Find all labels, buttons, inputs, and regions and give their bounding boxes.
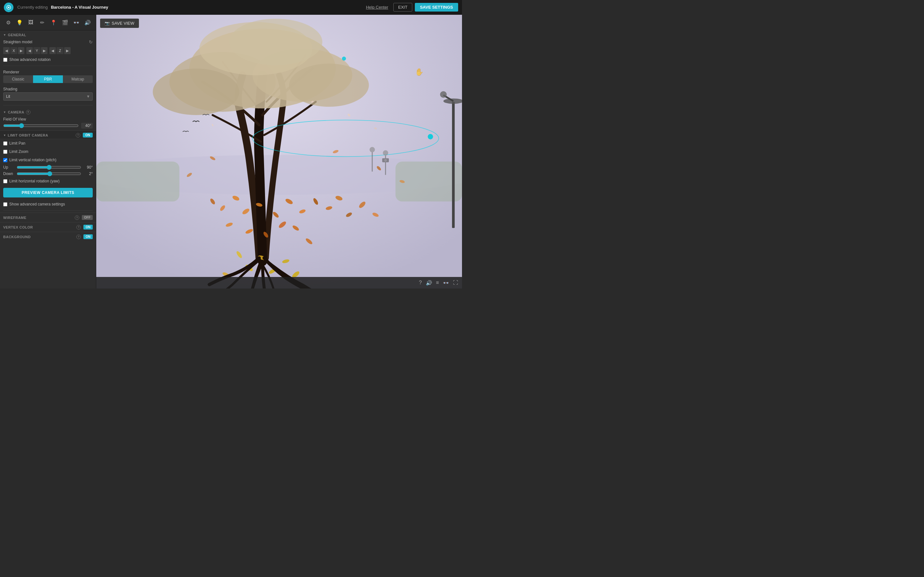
edit-icon[interactable]: ✏ bbox=[37, 17, 47, 27]
limit-orbit-header: ▼ LIMIT ORBIT CAMERA ? ON bbox=[0, 131, 96, 139]
show-advanced-rotation-row: Show advanced rotation bbox=[0, 55, 96, 64]
camera-label: CAMERA bbox=[8, 110, 24, 114]
limit-pan-checkbox[interactable] bbox=[3, 141, 7, 145]
limit-orbit-toggle[interactable]: ON bbox=[83, 133, 93, 137]
limit-orbit-label: LIMIT ORBIT CAMERA bbox=[8, 133, 76, 137]
up-value: 90° bbox=[83, 165, 93, 169]
fov-value: 40° bbox=[81, 123, 93, 129]
wireframe-help-icon[interactable]: ? bbox=[75, 215, 79, 220]
toolbar-icons: ⚙ 💡 🖼 ✏ 📍 🎬 👓 🔊 bbox=[0, 15, 96, 31]
limit-pan-label[interactable]: Limit Pan bbox=[9, 141, 25, 145]
svg-point-54 bbox=[383, 150, 388, 156]
y-axis-label: Y bbox=[33, 47, 40, 54]
x-axis-label: X bbox=[10, 47, 17, 54]
straighten-model-row: Straighten model ↻ bbox=[0, 38, 96, 46]
background-label: BACKGROUND bbox=[3, 235, 76, 239]
background-toggle[interactable]: ON bbox=[83, 234, 93, 239]
y-left-button[interactable]: ◀ bbox=[26, 47, 33, 54]
renderer-tabs: Classic PBR Matcap bbox=[3, 75, 93, 83]
limit-vertical-label[interactable]: Limit vertical rotation (pitch) bbox=[9, 158, 57, 162]
image-icon[interactable]: 🖼 bbox=[26, 17, 36, 27]
help-icon[interactable]: ? bbox=[419, 280, 422, 285]
x-right-button[interactable]: ▶ bbox=[18, 47, 24, 54]
exit-button[interactable]: EXIT bbox=[393, 3, 412, 11]
background-row: BACKGROUND ? ON bbox=[0, 232, 96, 242]
animation-icon[interactable]: 🎬 bbox=[60, 17, 70, 27]
limit-zoom-checkbox[interactable] bbox=[3, 150, 7, 154]
show-advanced-camera-checkbox[interactable] bbox=[3, 202, 7, 206]
refresh-icon[interactable]: ↻ bbox=[89, 39, 93, 45]
location-icon[interactable]: 📍 bbox=[49, 17, 59, 27]
fov-label: Field Of View bbox=[3, 117, 93, 121]
limit-orbit-help-icon[interactable]: ? bbox=[76, 133, 80, 137]
down-label: Down bbox=[3, 171, 15, 176]
renderer-pbr-tab[interactable]: PBR bbox=[33, 75, 63, 83]
fov-slider[interactable] bbox=[3, 123, 79, 128]
z-right-button[interactable]: ▶ bbox=[64, 47, 71, 54]
camera-help-icon[interactable]: ? bbox=[26, 110, 31, 114]
help-center-link[interactable]: Help Center bbox=[366, 5, 388, 10]
svg-rect-3 bbox=[96, 161, 179, 201]
z-left-button[interactable]: ◀ bbox=[49, 47, 56, 54]
fov-row: Field Of View bbox=[0, 116, 96, 122]
up-slider[interactable] bbox=[17, 165, 81, 170]
shading-label: Shading bbox=[0, 85, 96, 92]
y-axis-group: ◀ Y ▶ bbox=[26, 47, 47, 54]
z-axis-group: ◀ Z ▶ bbox=[49, 47, 71, 54]
general-arrow: ▼ bbox=[3, 33, 6, 37]
shading-select[interactable]: Lit Shadeless Flat bbox=[3, 92, 93, 101]
vertex-color-help-icon[interactable]: ? bbox=[76, 225, 81, 229]
save-view-button[interactable]: 📷 SAVE VIEW bbox=[100, 19, 139, 28]
show-advanced-rotation-checkbox[interactable] bbox=[3, 58, 7, 62]
limit-vertical-checkbox[interactable] bbox=[3, 158, 7, 162]
svg-point-8 bbox=[153, 69, 239, 115]
up-label: Up bbox=[3, 165, 15, 169]
camera-small-icon: 📷 bbox=[105, 21, 110, 26]
show-advanced-camera-row: Show advanced camera settings bbox=[0, 200, 96, 208]
vr-vp-icon[interactable]: 👓 bbox=[443, 280, 449, 286]
limit-horizontal-label[interactable]: Limit horizontal rotation (yaw) bbox=[9, 179, 60, 183]
layers-icon[interactable]: ≡ bbox=[436, 280, 439, 285]
svg-point-47 bbox=[440, 91, 447, 98]
settings-icon[interactable]: ⚙ bbox=[3, 17, 13, 27]
vertex-color-toggle[interactable]: ON bbox=[83, 225, 93, 229]
renderer-classic-tab[interactable]: Classic bbox=[3, 75, 33, 83]
show-advanced-camera-label[interactable]: Show advanced camera settings bbox=[9, 202, 65, 206]
straighten-model-label: Straighten model bbox=[3, 40, 89, 44]
svg-point-49 bbox=[428, 134, 433, 139]
camera-arrow: ▼ bbox=[3, 111, 6, 114]
y-right-button[interactable]: ▶ bbox=[41, 47, 47, 54]
wireframe-toggle[interactable]: OFF bbox=[82, 215, 93, 220]
svg-point-56 bbox=[384, 159, 387, 161]
fullscreen-icon[interactable]: ⛶ bbox=[453, 280, 458, 285]
main-area: ⚙ 💡 🖼 ✏ 📍 🎬 👓 🔊 ▼ GENERAL Straighten mod… bbox=[0, 15, 462, 288]
topbar: Currently editing Barcelona - A Visual J… bbox=[0, 0, 462, 15]
general-section-header: ▼ GENERAL bbox=[0, 31, 96, 38]
svg-point-52 bbox=[370, 147, 375, 152]
audio-vp-icon[interactable]: 🔊 bbox=[426, 280, 432, 286]
wireframe-row: WIREFRAME ? OFF bbox=[0, 213, 96, 222]
editing-label: Currently editing bbox=[17, 5, 48, 10]
scene-svg bbox=[96, 15, 462, 288]
audio-icon[interactable]: 🔊 bbox=[83, 17, 93, 27]
down-slider[interactable] bbox=[17, 171, 81, 176]
limit-horizontal-row: Limit horizontal rotation (yaw) bbox=[0, 177, 96, 185]
save-settings-button[interactable]: SAVE SETTINGS bbox=[415, 3, 458, 11]
x-axis-group: ◀ X ▶ bbox=[3, 47, 24, 54]
svg-point-11 bbox=[229, 19, 322, 65]
preview-camera-limits-button[interactable]: PREVIEW CAMERA LIMITS bbox=[3, 188, 93, 197]
show-advanced-rotation-label[interactable]: Show advanced rotation bbox=[9, 57, 51, 62]
vr-icon[interactable]: 👓 bbox=[71, 17, 81, 27]
viewport[interactable]: 📷 SAVE VIEW ✋ ? 🔊 ≡ 👓 ⛶ bbox=[96, 15, 462, 288]
logo-icon bbox=[4, 3, 13, 12]
limit-horizontal-checkbox[interactable] bbox=[3, 179, 7, 183]
fov-slider-row: 40° bbox=[0, 122, 96, 131]
limit-zoom-label[interactable]: Limit Zoom bbox=[9, 149, 28, 154]
background-help-icon[interactable]: ? bbox=[76, 235, 81, 239]
light-icon[interactable]: 💡 bbox=[15, 17, 24, 27]
x-left-button[interactable]: ◀ bbox=[3, 47, 10, 54]
viewport-bottom-bar: ? 🔊 ≡ 👓 ⛶ bbox=[96, 277, 462, 288]
renderer-matcap-tab[interactable]: Matcap bbox=[63, 75, 93, 83]
limit-vertical-row: Limit vertical rotation (pitch) bbox=[0, 156, 96, 164]
down-slider-row: Down 2° bbox=[0, 171, 96, 177]
